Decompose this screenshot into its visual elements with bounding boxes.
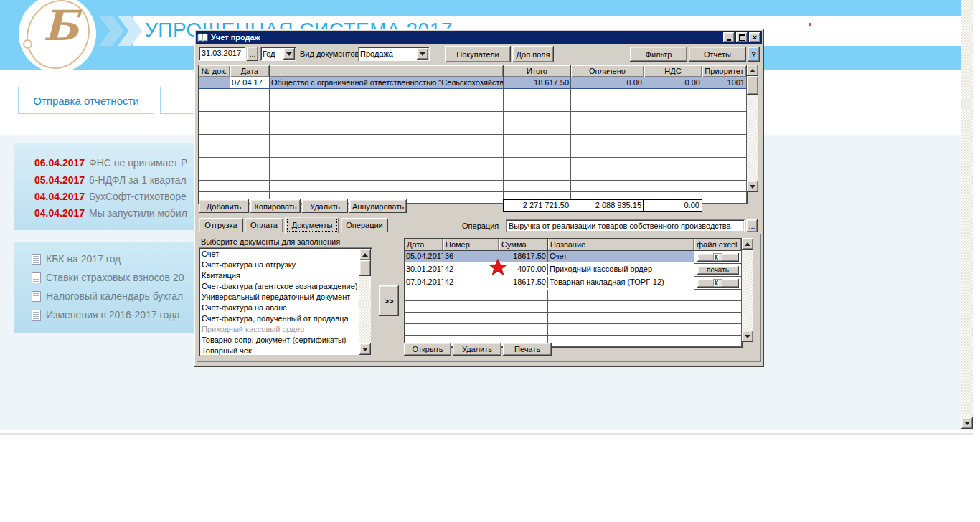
tab-operations[interactable]: Операции bbox=[341, 218, 388, 232]
list-item[interactable]: Счет bbox=[200, 249, 359, 260]
send-reports-button[interactable]: Отправка отчетности bbox=[18, 87, 154, 114]
excel-export-button[interactable] bbox=[697, 253, 739, 262]
scroll-down-button[interactable] bbox=[359, 343, 371, 355]
column-header[interactable]: Итого bbox=[504, 65, 571, 77]
document-icon bbox=[32, 310, 41, 321]
column-header[interactable]: файл excel bbox=[694, 239, 742, 251]
list-item[interactable]: Товарный чек bbox=[200, 346, 359, 355]
column-header[interactable]: Приоритет bbox=[702, 65, 747, 77]
close-button[interactable]: × bbox=[749, 32, 760, 42]
link-item[interactable]: Ставки страховых взносов 20 bbox=[32, 272, 184, 283]
document-row-selected[interactable]: 05.04.2017 36 18617.50 Счет bbox=[405, 251, 742, 264]
minimize-button[interactable] bbox=[723, 32, 735, 42]
column-header[interactable]: № док. bbox=[199, 65, 230, 77]
list-item[interactable]: Счет-фактура, полученный от продавца bbox=[200, 313, 359, 324]
cell-date[interactable]: 07.04.2017 bbox=[405, 277, 443, 288]
date-picker-button[interactable]: ... bbox=[247, 47, 258, 61]
column-header[interactable]: Дата bbox=[405, 239, 443, 251]
column-header[interactable]: Сумма bbox=[499, 239, 548, 251]
scroll-down-button[interactable] bbox=[747, 181, 758, 192]
list-item[interactable]: Счет-фактура на аванс bbox=[200, 303, 359, 313]
table-row-selected[interactable]: 07.04.17 Общество с ограниченной ответст… bbox=[199, 77, 747, 89]
cell-paid[interactable]: 0.00 bbox=[571, 77, 644, 89]
extra-fields-button[interactable]: Доп.поля bbox=[512, 46, 554, 62]
delete-document-button[interactable]: Удалить bbox=[453, 343, 501, 356]
cell-date[interactable]: 05.04.2017 bbox=[405, 251, 443, 262]
combo-drop-button[interactable] bbox=[417, 48, 428, 60]
tab-documents[interactable]: Документы bbox=[285, 217, 339, 234]
arrow-down-icon bbox=[745, 335, 750, 338]
doc-type-combobox[interactable]: Продажа bbox=[358, 47, 430, 61]
column-header[interactable] bbox=[270, 65, 504, 77]
open-button[interactable]: Открыть bbox=[404, 343, 451, 356]
operation-value: Выручка от реализации товаров собственно… bbox=[509, 222, 743, 230]
operation-picker-button[interactable]: ... bbox=[746, 219, 758, 232]
documents-scrollbar[interactable] bbox=[742, 238, 753, 342]
annul-button[interactable]: Аннулировать bbox=[349, 199, 407, 213]
news-link[interactable]: БухСофт-стихотворе bbox=[89, 191, 187, 202]
listbox-scrollbar[interactable] bbox=[359, 249, 371, 355]
print-button[interactable]: Печать bbox=[503, 343, 552, 356]
page-scrollbar-track[interactable] bbox=[961, 0, 973, 430]
print-row-button[interactable]: печать bbox=[697, 266, 739, 275]
period-combobox[interactable]: Год bbox=[260, 47, 296, 61]
scroll-up-button[interactable] bbox=[742, 238, 753, 250]
cell-name[interactable]: Счет bbox=[548, 251, 694, 262]
table-scrollbar[interactable] bbox=[747, 65, 758, 192]
list-item[interactable]: Счет-фактура на отгрузку bbox=[200, 260, 359, 270]
cell-name[interactable]: Приходный кассовый ордер bbox=[548, 264, 694, 275]
date-input[interactable]: 31.03.2017 bbox=[199, 47, 246, 61]
news-link[interactable]: Мы запустили мобил bbox=[89, 207, 187, 219]
add-button[interactable]: Добавить bbox=[199, 199, 249, 213]
scrollbar-thumb[interactable] bbox=[747, 76, 758, 95]
cell-sum[interactable]: 18617.50 bbox=[499, 277, 548, 288]
excel-export-button[interactable] bbox=[697, 279, 739, 288]
tab-payment[interactable]: Оплата bbox=[245, 218, 283, 232]
document-row[interactable]: 30.01.2017 42 4070.00 Приходный кассовый… bbox=[405, 264, 742, 277]
copy-button[interactable]: Копировать bbox=[250, 199, 301, 213]
news-link[interactable]: 6-НДФЛ за 1 квартал bbox=[89, 174, 187, 186]
link-item[interactable]: КБК на 2017 год bbox=[32, 253, 121, 265]
reports-button[interactable]: Отчеты bbox=[689, 47, 746, 62]
cell-number[interactable]: 42 bbox=[443, 277, 499, 288]
combo-drop-button[interactable] bbox=[283, 48, 295, 60]
tab-shipment[interactable]: Отгрузка bbox=[199, 218, 243, 232]
document-icon bbox=[32, 254, 41, 265]
column-header[interactable]: НДС bbox=[644, 65, 702, 77]
cell-name[interactable]: Общество с ограниченной ответственностью… bbox=[270, 77, 504, 89]
list-item[interactable]: Товарно-сопр. документ (сертификаты) bbox=[200, 335, 359, 346]
arrow-up-icon bbox=[362, 253, 368, 257]
cell-num[interactable] bbox=[199, 77, 230, 89]
column-header[interactable]: Оплачено bbox=[571, 65, 644, 77]
column-header[interactable]: Дата bbox=[230, 65, 270, 77]
link-item[interactable]: Налоговый календарь бухгал bbox=[32, 290, 183, 302]
scroll-up-button[interactable] bbox=[747, 65, 758, 76]
filter-button[interactable]: Фильтр bbox=[630, 47, 687, 62]
cell-date[interactable]: 30.01.2017 bbox=[405, 264, 443, 275]
buyers-button[interactable]: Покупатели bbox=[445, 46, 511, 62]
news-link[interactable]: ФНС не принимает Р bbox=[89, 157, 187, 169]
column-header[interactable]: Название bbox=[548, 239, 694, 251]
cell-name[interactable]: Товарная накладная (ТОРГ-12) bbox=[548, 277, 694, 288]
cell-date[interactable]: 07.04.17 bbox=[230, 77, 270, 89]
column-header[interactable]: Номер bbox=[443, 239, 499, 251]
help-button[interactable]: ? bbox=[748, 47, 760, 62]
cell-priority[interactable]: 1001 bbox=[702, 77, 747, 89]
link-item[interactable]: Изменения в 2016-2017 года bbox=[32, 309, 180, 321]
logo-dot-icon bbox=[23, 39, 32, 49]
maximize-button[interactable] bbox=[736, 32, 748, 42]
cell-vat[interactable]: 0.00 bbox=[644, 77, 702, 89]
transfer-button[interactable]: >> bbox=[379, 285, 399, 316]
operation-field[interactable]: Выручка от реализации товаров собственно… bbox=[506, 219, 745, 232]
documents-listbox[interactable]: Счет Счет-фактура на отгрузку Квитанция … bbox=[199, 247, 372, 356]
scrollbar-thumb[interactable] bbox=[359, 260, 371, 276]
page-scroll-down-button[interactable] bbox=[961, 417, 973, 429]
list-item[interactable]: Универсальный передаточный документ bbox=[200, 292, 359, 303]
document-row[interactable]: 07.04.2017 42 18617.50 Товарная накладна… bbox=[405, 277, 742, 290]
scroll-up-button[interactable] bbox=[359, 249, 371, 260]
cell-total[interactable]: 18 617.50 bbox=[504, 77, 571, 89]
list-item[interactable]: Счет-фактура (агентское вознаграждение) bbox=[200, 281, 359, 292]
scroll-down-button[interactable] bbox=[742, 331, 753, 342]
delete-button[interactable]: Удалить bbox=[302, 199, 348, 213]
list-item[interactable]: Квитанция bbox=[200, 270, 359, 281]
